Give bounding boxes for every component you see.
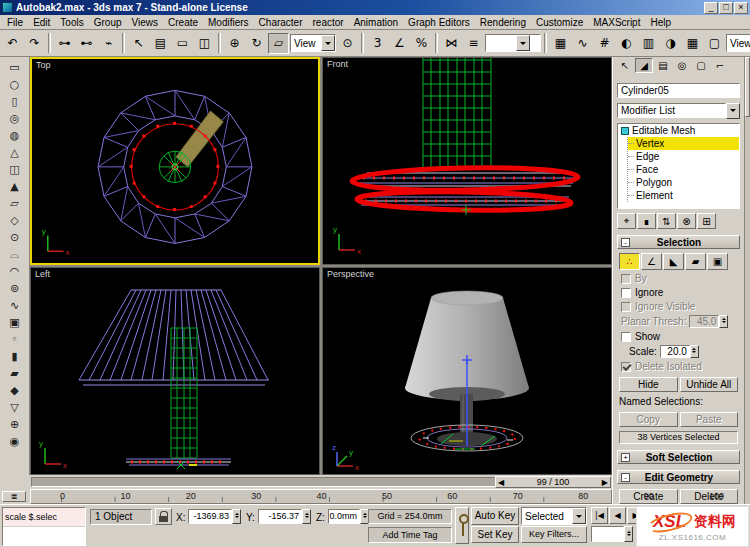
- compound-tool-icon[interactable]: ⊕: [3, 416, 27, 432]
- close-button[interactable]: ×: [734, 2, 748, 14]
- show-end-result-icon[interactable]: ∎: [637, 213, 656, 229]
- cone-tool-icon[interactable]: △: [3, 144, 27, 160]
- stack-item-edge[interactable]: Edge: [628, 150, 739, 163]
- next-frame-icon[interactable]: ▶: [602, 478, 608, 487]
- checkbox-icon[interactable]: [621, 288, 631, 298]
- use-center-icon[interactable]: ⊙: [337, 33, 358, 54]
- select-by-name-icon[interactable]: ▤: [150, 33, 171, 54]
- copy-button[interactable]: Copy: [619, 412, 678, 427]
- snap-toggle-icon[interactable]: 3: [367, 33, 388, 54]
- material-editor-icon[interactable]: ◐: [616, 33, 637, 54]
- checkbox-icon[interactable]: [621, 362, 631, 372]
- viewport-perspective[interactable]: Perspective: [322, 267, 612, 475]
- menu-modifiers[interactable]: Modifiers: [203, 16, 254, 29]
- angle-snap-icon[interactable]: ∠: [389, 33, 410, 54]
- point-tool-icon[interactable]: ◦: [3, 331, 27, 347]
- perspective-viewport-canvas[interactable]: x y z: [323, 268, 611, 474]
- hide-button[interactable]: Hide: [619, 377, 678, 392]
- face-mode-icon[interactable]: ◣: [663, 253, 684, 270]
- quick-render-icon[interactable]: ◑: [660, 33, 681, 54]
- remove-modifier-icon[interactable]: ⊗: [677, 213, 696, 229]
- key-filters-button[interactable]: Key Filters...: [521, 526, 587, 543]
- dropdown-arrow-icon[interactable]: [516, 35, 530, 51]
- teapot-tool-icon[interactable]: ◍: [3, 127, 27, 143]
- view-dropdown[interactable]: View: [726, 34, 750, 52]
- hose-tool-icon[interactable]: ∿: [3, 297, 27, 313]
- y-coordinate-value[interactable]: -156.37: [258, 509, 302, 524]
- stack-item-element[interactable]: Element: [628, 189, 739, 202]
- ignore-visible-checkbox-row[interactable]: Ignore Visible: [621, 301, 744, 312]
- redo-icon[interactable]: ↷: [24, 33, 45, 54]
- scrollbar-thumb[interactable]: [745, 57, 750, 117]
- soft-selection-rollout-header[interactable]: + Soft Selection: [617, 450, 740, 464]
- spinner-icon[interactable]: [302, 509, 311, 524]
- ring-tool-icon[interactable]: ⊚: [3, 280, 27, 296]
- dropdown-arrow-icon[interactable]: [321, 35, 335, 51]
- delete-isolated-checkbox-row[interactable]: Delete Isolated: [621, 361, 744, 372]
- spinner-icon[interactable]: [719, 315, 728, 328]
- menu-character[interactable]: Character: [254, 16, 308, 29]
- box-tool-icon[interactable]: ▭: [3, 59, 27, 75]
- top-viewport-canvas[interactable]: y x: [32, 59, 318, 263]
- menu-animation[interactable]: Animation: [349, 16, 403, 29]
- checkbox-icon[interactable]: [621, 302, 631, 312]
- y-coordinate-field[interactable]: -156.37: [258, 509, 311, 524]
- x-coordinate-field[interactable]: -1369.83: [188, 509, 241, 524]
- pin-stack-icon[interactable]: ⌖: [617, 213, 636, 229]
- maximize-button[interactable]: □: [719, 2, 733, 14]
- bind-to-space-warp-icon[interactable]: ⌁: [98, 33, 119, 54]
- motion-tab-icon[interactable]: ◎: [673, 58, 691, 73]
- current-frame-value[interactable]: [591, 526, 624, 542]
- spinner-icon[interactable]: [690, 345, 699, 358]
- left-viewport-canvas[interactable]: y x: [31, 268, 319, 474]
- menu-tools[interactable]: Tools: [55, 16, 88, 29]
- scale-value[interactable]: 20.0: [660, 345, 690, 358]
- maxscript-mini-listener[interactable]: scale $.selec: [2, 507, 86, 546]
- paste-button[interactable]: Paste: [680, 412, 739, 427]
- minimize-button[interactable]: _: [704, 2, 718, 14]
- z-coordinate-value[interactable]: 0.0mm: [328, 509, 360, 524]
- make-unique-icon[interactable]: ⇅: [657, 213, 676, 229]
- dropdown-arrow-icon[interactable]: [726, 103, 740, 119]
- unlink-selection-icon[interactable]: ⊷: [76, 33, 97, 54]
- set-keys-button[interactable]: [455, 507, 469, 544]
- select-and-rotate-icon[interactable]: ↻: [246, 33, 267, 54]
- menu-group[interactable]: Group: [89, 16, 127, 29]
- align-icon[interactable]: ≡: [463, 33, 484, 54]
- menu-customize[interactable]: Customize: [531, 16, 588, 29]
- diamond-tool-icon[interactable]: ◆: [3, 382, 27, 398]
- by-vertex-checkbox-row[interactable]: By: [621, 273, 744, 284]
- selection-rollout-header[interactable]: - Selection: [617, 235, 740, 249]
- utilities-tab-icon[interactable]: ⌐: [711, 58, 729, 73]
- named-selection-sets-dropdown[interactable]: [485, 34, 541, 52]
- z-coordinate-field[interactable]: 0.0mm: [328, 509, 369, 524]
- stack-item-polygon[interactable]: Polygon: [628, 176, 739, 189]
- stack-item-face[interactable]: Face: [628, 163, 739, 176]
- percent-snap-icon[interactable]: %: [411, 33, 432, 54]
- hierarchy-tab-icon[interactable]: ▤: [654, 58, 672, 73]
- front-viewport-canvas[interactable]: y x: [323, 58, 611, 264]
- collapse-icon[interactable]: -: [621, 238, 630, 247]
- menu-create[interactable]: Create: [163, 16, 203, 29]
- funnel-tool-icon[interactable]: ▽: [3, 399, 27, 415]
- edge-mode-icon[interactable]: ∠: [641, 253, 662, 270]
- menu-graph-editors[interactable]: Graph Editors: [403, 16, 475, 29]
- checkbox-icon[interactable]: [621, 332, 631, 342]
- viewport-left-label[interactable]: Left: [35, 269, 50, 279]
- hedra-tool-icon[interactable]: ◇: [3, 212, 27, 228]
- set-key-button[interactable]: Set Key: [471, 526, 519, 543]
- stack-root-row[interactable]: Editable Mesh: [618, 124, 739, 137]
- reference-coordinate-dropdown[interactable]: View: [290, 34, 336, 52]
- display-tab-icon[interactable]: ▢: [692, 58, 710, 73]
- window-crossing-icon[interactable]: ◫: [194, 33, 215, 54]
- pyramid-tool-icon[interactable]: ▲: [3, 178, 27, 194]
- menu-maxscript[interactable]: MAXScript: [588, 16, 645, 29]
- wall-tool-icon[interactable]: ▰: [3, 365, 27, 381]
- plane-tool-icon[interactable]: ▱: [3, 195, 27, 211]
- display-filter-icon[interactable]: ▢: [704, 33, 725, 54]
- time-slider[interactable]: ◀ 99 / 100 ▶: [30, 475, 612, 489]
- auto-key-button[interactable]: Auto Key: [471, 507, 519, 525]
- menu-file[interactable]: File: [2, 16, 28, 29]
- viewport-left[interactable]: Left y x: [30, 267, 320, 475]
- menu-reactor[interactable]: reactor: [308, 16, 349, 29]
